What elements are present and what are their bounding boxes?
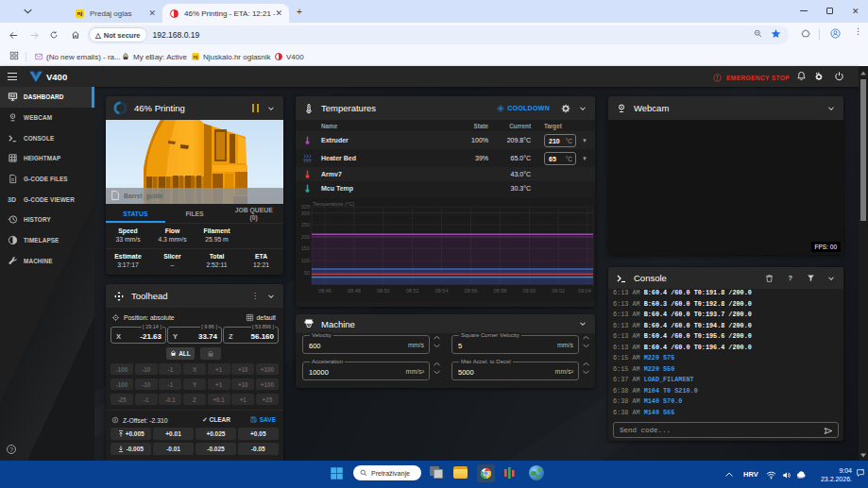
svg-text:08:48: 08:48 [348, 288, 361, 294]
svg-text:08:56: 08:56 [465, 288, 478, 294]
svg-text:08:46: 08:46 [318, 288, 332, 294]
svg-text:08:52: 08:52 [406, 288, 419, 294]
svg-text:09:00: 09:00 [522, 288, 536, 294]
svg-text:08:58: 08:58 [494, 288, 507, 294]
svg-text:150: 150 [301, 245, 310, 251]
svg-text:325: 325 [301, 204, 310, 210]
svg-text:250: 250 [301, 222, 310, 227]
svg-text:09:02: 09:02 [552, 288, 565, 294]
svg-text:100: 100 [301, 258, 310, 263]
svg-text:300: 300 [301, 210, 310, 216]
svg-text:200: 200 [301, 234, 310, 240]
svg-text:50: 50 [304, 270, 310, 276]
svg-text:08:54: 08:54 [435, 288, 449, 294]
svg-text:09:04: 09:04 [578, 288, 591, 294]
svg-text:08:50: 08:50 [377, 288, 390, 294]
svg-text:Temperature (°C): Temperature (°C) [313, 201, 355, 207]
